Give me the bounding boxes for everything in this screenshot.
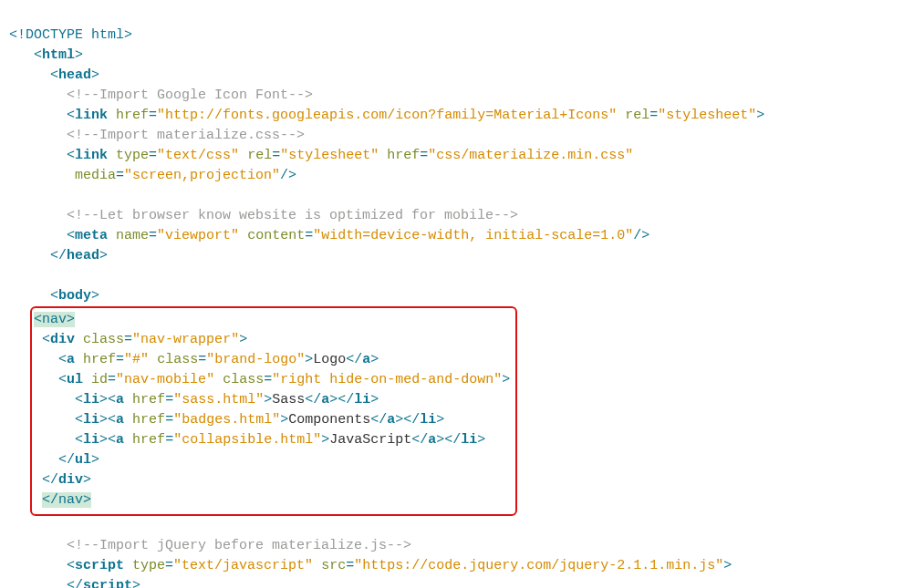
comment-mobile: <!--Let browser know website is optimize… <box>67 208 518 223</box>
nav-item-sass: Sass <box>272 392 305 407</box>
tag-head-open: head <box>58 67 91 83</box>
tag-head-close: head <box>67 248 99 263</box>
logo-text: Logo <box>313 352 346 367</box>
comment-google-font: <!--Import Google Icon Font--> <box>67 88 313 103</box>
code-block: <!DOCTYPE html> <html> <head> <!--Import… <box>9 27 764 588</box>
doctype: <!DOCTYPE html> <box>9 27 132 43</box>
link1-href: "http://fonts.googleapis.com/icon?family… <box>157 108 617 123</box>
nav-item-components: Components <box>288 412 370 428</box>
comment-jquery: <!--Import jQuery before materialize.js-… <box>67 538 411 553</box>
jquery-src: "https://code.jquery.com/jquery-2.1.1.mi… <box>354 558 723 573</box>
nav-item-javascript: JavaScript <box>329 432 411 448</box>
tag-body-open: body <box>58 288 91 304</box>
link1-rel: "stylesheet" <box>658 108 756 123</box>
nav-close: </nav> <box>42 492 91 508</box>
tag-html-open: html <box>42 47 75 63</box>
comment-materialize-css: <!--Import materialize.css--> <box>67 128 305 143</box>
highlight-box: <nav> <div class="nav-wrapper"> <a href=… <box>30 306 517 516</box>
nav-open: <nav> <box>34 312 75 327</box>
